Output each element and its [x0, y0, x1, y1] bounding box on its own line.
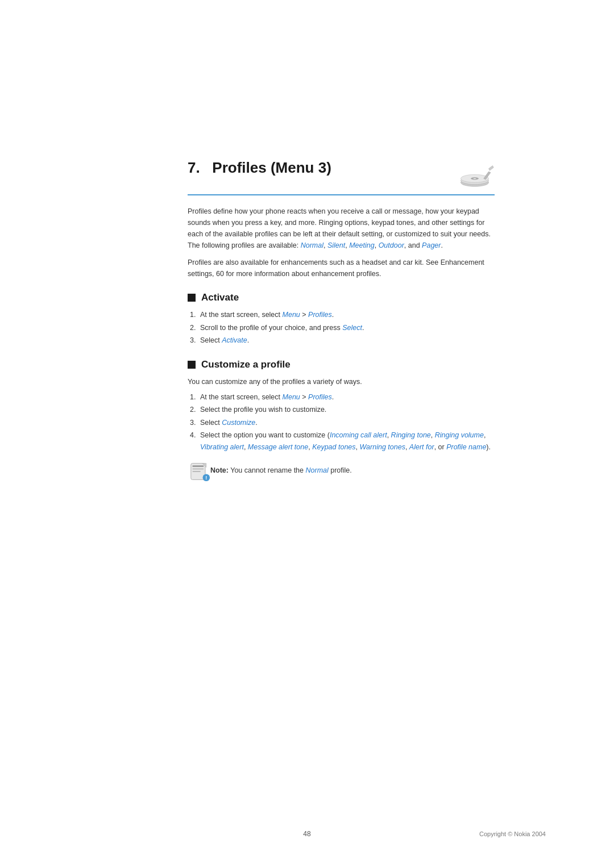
note-icon: ! [190, 461, 210, 482]
customize-step-4: Select the option you want to customize … [198, 429, 495, 453]
link-incoming-call-alert: Incoming call alert [330, 431, 387, 439]
link-activate: Activate [222, 336, 247, 344]
link-alert-for: Alert for [409, 443, 434, 451]
link-normal-note: Normal [305, 466, 328, 474]
page-container: 7. Profiles (Menu 3) Profiles define how… [0, 0, 614, 868]
svg-text:!: ! [205, 475, 207, 481]
customize-section-header: Customize a profile [188, 359, 495, 370]
activate-step-2: Scroll to the profile of your choice, an… [198, 322, 495, 334]
activate-section-square [188, 294, 196, 302]
intro-paragraph-2: Profiles are also available for enhancem… [188, 257, 495, 279]
chapter-number: 7. [188, 159, 200, 176]
chapter-name: Profiles (Menu 3) [212, 159, 331, 176]
link-ringing-tone: Ringing tone [391, 431, 431, 439]
customize-intro: You can customize any of the profiles a … [188, 376, 495, 388]
svg-rect-10 [193, 471, 201, 472]
link-profiles-customize: Profiles [308, 393, 332, 401]
content-area: 7. Profiles (Menu 3) Profiles define how… [85, 0, 529, 527]
footer-page-number: 48 [303, 830, 310, 838]
svg-marker-6 [489, 166, 494, 171]
customize-steps-list: At the start screen, select Menu > Profi… [198, 391, 495, 453]
activate-section-title: Activate [201, 292, 239, 303]
svg-point-4 [473, 178, 476, 179]
chapter-title: 7. Profiles (Menu 3) [188, 159, 331, 177]
activate-step-3: Select Activate. [198, 335, 495, 347]
svg-rect-9 [193, 468, 204, 469]
link-meeting: Meeting [349, 241, 374, 249]
link-menu-activate: Menu [283, 311, 300, 319]
link-warning-tones: Warning tones [360, 443, 405, 451]
link-profiles-activate: Profiles [308, 311, 332, 319]
link-message-alert-tone: Message alert tone [248, 443, 308, 451]
link-customize: Customize [222, 419, 255, 427]
link-profile-name: Profile name [446, 443, 486, 451]
customize-step-2: Select the profile you wish to customize… [198, 404, 495, 416]
chapter-header: 7. Profiles (Menu 3) [188, 159, 495, 195]
activate-step-1: At the start screen, select Menu > Profi… [198, 309, 495, 321]
link-pager: Pager [422, 241, 441, 249]
intro-paragraph-1: Profiles define how your phone reacts wh… [188, 206, 495, 251]
customize-step-1: At the start screen, select Menu > Profi… [198, 391, 495, 403]
link-normal: Normal [301, 241, 323, 249]
note-box: ! Note: You cannot rename the Normal pro… [190, 461, 495, 482]
note-label: Note: [210, 466, 229, 474]
link-menu-customize: Menu [283, 393, 300, 401]
customize-step-3: Select Customize. [198, 417, 495, 429]
link-silent: Silent [327, 241, 345, 249]
link-outdoor: Outdoor [379, 241, 404, 249]
footer-copyright: Copyright © Nokia 2004 [479, 831, 546, 837]
link-ringing-volume: Ringing volume [435, 431, 484, 439]
link-select-activate: Select [342, 324, 362, 332]
activate-section-header: Activate [188, 292, 495, 303]
customize-section-square [188, 361, 196, 369]
chapter-icon [455, 161, 495, 190]
link-keypad-tones: Keypad tones [312, 443, 355, 451]
activate-steps-list: At the start screen, select Menu > Profi… [198, 309, 495, 347]
svg-rect-8 [193, 465, 204, 467]
link-vibrating-alert: Vibrating alert [200, 443, 244, 451]
customize-section-title: Customize a profile [201, 359, 291, 370]
note-text: Note: You cannot rename the Normal profi… [210, 461, 352, 476]
